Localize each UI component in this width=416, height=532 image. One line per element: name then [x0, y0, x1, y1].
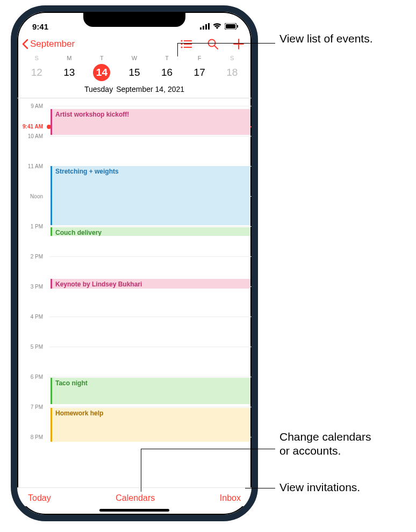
- date-dow: Tuesday: [84, 85, 113, 94]
- svg-rect-0: [200, 27, 202, 30]
- calendar-event[interactable]: Artist workshop kickoff!: [51, 109, 250, 135]
- hour-label: 6 PM: [17, 374, 46, 380]
- hour-label: 8 PM: [17, 434, 46, 440]
- battery-icon: [225, 23, 239, 30]
- hour-gridline: [49, 106, 252, 106]
- day-cell[interactable]: 15: [118, 63, 151, 82]
- hour-label: 7 PM: [17, 404, 46, 410]
- weekday-label: F: [183, 55, 216, 61]
- back-label: September: [30, 39, 75, 49]
- status-time: 9:41: [32, 22, 48, 31]
- hour-label: 3 PM: [17, 284, 46, 290]
- search-icon[interactable]: [207, 39, 218, 49]
- home-indicator: [99, 509, 169, 512]
- hour-label: 11 AM: [17, 163, 46, 169]
- svg-rect-5: [226, 24, 235, 28]
- current-time-label: 9:41 AM: [17, 124, 46, 130]
- day-cell[interactable]: 13: [53, 63, 86, 82]
- hour-label: Noon: [17, 193, 46, 199]
- callout-list-events: View list of events.: [279, 32, 373, 45]
- date-full: September 14, 2021: [116, 85, 184, 94]
- weekday-label: T: [85, 55, 118, 61]
- hour-label: 1 PM: [17, 224, 46, 229]
- back-button[interactable]: September: [21, 39, 75, 49]
- hour-gridline: [49, 317, 252, 317]
- hour-label: 2 PM: [17, 254, 46, 260]
- day-cell[interactable]: 18: [216, 63, 248, 82]
- bottom-toolbar: Today Calendars Inbox: [17, 487, 252, 506]
- day-numbers: 12131415161718: [17, 61, 252, 85]
- callout-change-calendars: Change calendars or accounts.: [279, 430, 371, 458]
- hour-label: 4 PM: [17, 314, 46, 320]
- hour-gridline: [49, 347, 252, 347]
- hour-gridline: [49, 136, 252, 136]
- phone-frame: 9:41 September: [11, 5, 258, 521]
- date-title: TuesdaySeptember 14, 2021: [17, 85, 252, 98]
- add-icon[interactable]: [233, 39, 244, 49]
- chevron-left-icon: [21, 39, 29, 49]
- today-button[interactable]: Today: [28, 493, 51, 503]
- calendar-event[interactable]: Taco night: [51, 378, 250, 405]
- svg-point-9: [181, 46, 182, 48]
- hour-gridline: [49, 256, 252, 257]
- callout-view-invitations: View invitations.: [279, 481, 360, 494]
- hour-label: 5 PM: [17, 344, 46, 350]
- device-notch: [83, 12, 185, 27]
- weekday-header: SMTWTFS: [17, 55, 252, 61]
- nav-bar: September: [17, 35, 252, 53]
- hour-label: 9 AM: [17, 103, 46, 109]
- svg-point-7: [181, 40, 182, 41]
- day-cell[interactable]: 16: [150, 63, 183, 82]
- weekday-label: M: [53, 55, 86, 61]
- calendar-event[interactable]: Keynote by Lindsey Bukhari: [51, 279, 250, 289]
- hour-label: 10 AM: [17, 133, 46, 139]
- svg-rect-6: [237, 25, 238, 28]
- calendar-event[interactable]: Homework help: [51, 408, 250, 442]
- svg-rect-1: [203, 26, 204, 30]
- day-cell[interactable]: 14: [85, 63, 118, 82]
- weekday-label: S: [216, 55, 248, 61]
- svg-rect-2: [205, 24, 207, 30]
- calendar-event[interactable]: Couch delivery: [51, 227, 250, 236]
- status-indicators: [200, 23, 239, 30]
- weekday-label: W: [118, 55, 151, 61]
- calendars-button[interactable]: Calendars: [116, 493, 155, 503]
- inbox-button[interactable]: Inbox: [220, 493, 241, 503]
- day-cell[interactable]: 17: [183, 63, 216, 82]
- cellular-icon: [200, 23, 210, 30]
- day-cell[interactable]: 12: [20, 63, 53, 82]
- list-icon[interactable]: [181, 39, 192, 49]
- day-timeline[interactable]: 9 AM10 AM11 AMNoon1 PM2 PM3 PM4 PM5 PM6 …: [17, 98, 252, 464]
- svg-line-14: [214, 46, 218, 49]
- weekday-label: T: [150, 55, 183, 61]
- svg-rect-3: [208, 23, 210, 30]
- wifi-icon: [213, 23, 221, 30]
- weekday-label: S: [20, 55, 53, 61]
- calendar-event[interactable]: Stretching + weights: [51, 166, 250, 225]
